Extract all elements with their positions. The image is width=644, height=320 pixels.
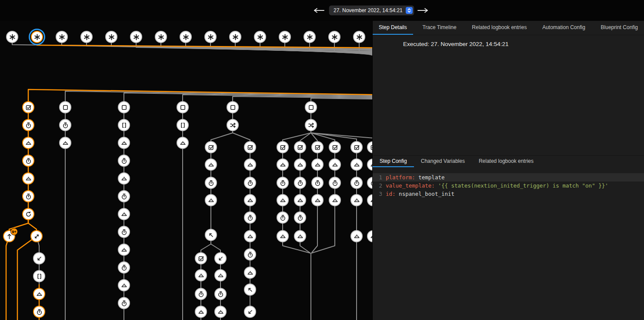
node-service[interactable] — [350, 230, 363, 242]
node-brackets[interactable] — [177, 119, 189, 131]
node-arrow-dl[interactable] — [214, 252, 227, 264]
node-trigger[interactable] — [254, 31, 266, 43]
node-service[interactable] — [118, 172, 130, 185]
node-arrow-ul[interactable] — [244, 284, 256, 296]
node-trigger[interactable] — [130, 31, 142, 43]
node-service[interactable] — [22, 137, 34, 149]
node-service[interactable] — [118, 208, 130, 220]
node-timer[interactable] — [277, 177, 289, 189]
node-trigger[interactable] — [353, 31, 365, 43]
node-service[interactable] — [277, 230, 289, 242]
node-service[interactable] — [350, 158, 363, 171]
node-service[interactable] — [22, 172, 34, 185]
node-timer[interactable] — [277, 211, 289, 224]
node-timer[interactable] — [294, 177, 306, 189]
node-trigger[interactable] — [56, 31, 68, 43]
node-service[interactable] — [244, 158, 256, 171]
node-square[interactable] — [227, 101, 239, 113]
node-timer[interactable] — [118, 155, 130, 167]
node-condition[interactable] — [294, 141, 306, 153]
node-arrow-dl[interactable] — [33, 252, 45, 264]
node-service[interactable] — [244, 230, 256, 242]
node-trigger[interactable] — [6, 31, 18, 43]
subtab-step-config[interactable]: Step Config — [373, 156, 414, 167]
node-timer[interactable] — [118, 297, 130, 309]
node-condition[interactable] — [195, 252, 207, 264]
node-service[interactable] — [118, 279, 130, 291]
node-timer[interactable] — [118, 261, 130, 274]
node-repeat[interactable] — [22, 208, 34, 220]
node-service[interactable] — [59, 137, 71, 149]
node-service[interactable] — [294, 194, 306, 206]
node-timer[interactable] — [22, 119, 34, 131]
node-timer[interactable] — [59, 119, 71, 131]
node-timer[interactable] — [244, 177, 256, 189]
node-parallel[interactable] — [227, 119, 239, 131]
node-service[interactable] — [118, 137, 130, 149]
node-service[interactable] — [33, 288, 45, 300]
trace-selector[interactable]: 27. November 2022, 14:54:21 — [329, 6, 414, 15]
node-service[interactable] — [214, 269, 227, 281]
node-timer[interactable] — [205, 177, 217, 189]
node-service[interactable] — [205, 158, 217, 171]
subtab-changed-variables[interactable]: Changed Variables — [414, 156, 472, 167]
node-service[interactable] — [205, 194, 217, 206]
node-trigger[interactable] — [105, 31, 117, 43]
node-condition[interactable] — [329, 141, 341, 153]
node-trigger[interactable] — [328, 31, 340, 43]
node-timer[interactable] — [33, 306, 45, 318]
tab-automation-config[interactable]: Automation Config — [536, 21, 591, 35]
node-timer[interactable] — [244, 211, 256, 224]
node-square[interactable] — [59, 101, 71, 113]
tab-blueprint-config[interactable]: Blueprint Config — [595, 21, 644, 35]
node-trigger[interactable] — [80, 31, 93, 43]
node-trigger[interactable] — [180, 31, 192, 43]
subtab-related-logbook-entries[interactable]: Related logbook entries — [472, 156, 541, 167]
node-timer[interactable] — [214, 288, 227, 300]
node-service[interactable] — [311, 158, 324, 171]
node-service[interactable] — [277, 194, 289, 206]
node-trigger[interactable] — [304, 31, 316, 43]
node-arrow-ul[interactable] — [205, 229, 217, 241]
node-split[interactable] — [30, 230, 43, 242]
node-service[interactable] — [294, 230, 306, 242]
node-square[interactable] — [118, 101, 130, 113]
tab-trace-timeline[interactable]: Trace Timeline — [416, 21, 462, 35]
node-service[interactable] — [277, 158, 289, 171]
node-parallel[interactable] — [305, 119, 317, 131]
node-trigger[interactable] — [204, 31, 217, 43]
node-brackets[interactable] — [118, 119, 130, 131]
node-condition[interactable] — [22, 101, 34, 113]
node-timer[interactable] — [22, 155, 34, 167]
node-trigger[interactable] — [279, 31, 291, 43]
tab-step-details[interactable]: Step Details — [373, 21, 413, 35]
node-timer[interactable] — [329, 177, 341, 189]
node-service[interactable] — [244, 267, 256, 279]
node-condition[interactable] — [205, 141, 217, 153]
previous-trace-button[interactable] — [313, 8, 324, 13]
node-service[interactable] — [177, 137, 189, 149]
node-trigger[interactable] — [155, 31, 167, 43]
node-square[interactable] — [177, 101, 189, 113]
node-condition[interactable] — [350, 141, 363, 153]
node-service[interactable] — [329, 158, 341, 171]
node-condition[interactable] — [311, 141, 324, 153]
node-trigger[interactable] — [229, 31, 241, 43]
node-timer[interactable] — [195, 288, 207, 300]
node-timer[interactable] — [294, 211, 306, 224]
node-service[interactable] — [214, 306, 227, 318]
node-condition[interactable] — [244, 141, 256, 153]
node-timer[interactable] — [118, 226, 130, 238]
node-timer[interactable] — [244, 248, 256, 261]
node-arrow-dl[interactable] — [244, 306, 256, 318]
node-timer[interactable] — [22, 190, 34, 202]
node-service[interactable] — [311, 194, 324, 206]
node-service[interactable] — [244, 194, 256, 206]
node-service[interactable] — [329, 194, 341, 206]
node-arrow-up[interactable]: 9+ — [3, 230, 15, 242]
tab-related-logbook-entries[interactable]: Related logbook entries — [466, 21, 533, 35]
node-service[interactable] — [195, 306, 207, 318]
node-timer[interactable] — [118, 190, 130, 202]
node-brackets[interactable] — [33, 270, 45, 282]
next-trace-button[interactable] — [417, 8, 429, 13]
